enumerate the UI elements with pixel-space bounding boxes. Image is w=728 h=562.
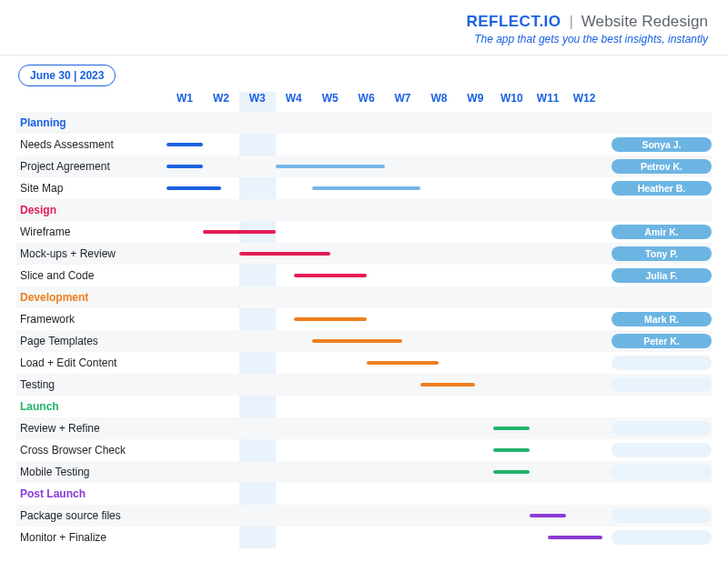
task-row[interactable]: WireframeAmir K.	[16, 221, 712, 243]
section-row: Post Launch	[16, 483, 712, 505]
gantt-track	[167, 352, 602, 374]
gantt-bar[interactable]	[294, 274, 367, 277]
task-row[interactable]: Project AgreementPetrov K.	[16, 156, 712, 177]
gantt-bar[interactable]	[493, 427, 530, 430]
gantt-track	[167, 221, 602, 243]
task-row[interactable]: FrameworkMark R.	[16, 308, 712, 330]
task-row[interactable]: Review + Refine	[16, 417, 712, 439]
gantt-bar[interactable]	[167, 186, 221, 190]
section-label: Planning	[16, 116, 167, 129]
gantt-bar[interactable]	[276, 165, 385, 168]
gantt-chart: W1W2W3W4W5W6W7W8W9W10W11W12 PlanningNeed…	[16, 92, 712, 548]
task-row[interactable]: Package source files	[16, 505, 712, 527]
task-label: Mock-ups + Review	[16, 247, 167, 260]
assignee-pill[interactable]	[612, 421, 712, 436]
grid-wrap: W1W2W3W4W5W6W7W8W9W10W11W12 PlanningNeed…	[16, 92, 712, 548]
assignee-pill[interactable]	[612, 530, 712, 545]
gantt-track	[167, 156, 602, 177]
assignee-pill[interactable]: Petrov K.	[612, 159, 712, 174]
task-row[interactable]: Load + Edit Content	[16, 352, 712, 374]
week-header-cell: W8	[420, 92, 457, 112]
task-row[interactable]: Site MapHeather B.	[16, 177, 712, 199]
assignee-pill[interactable]	[612, 508, 712, 523]
week-header: W1W2W3W4W5W6W7W8W9W10W11W12	[16, 92, 712, 112]
week-header-cell: W4	[276, 92, 312, 112]
tagline: The app that gets you the best insights,…	[20, 33, 708, 45]
gantt-bar[interactable]	[493, 448, 530, 452]
task-label: Monitor + Finalize	[16, 531, 167, 544]
task-row[interactable]: Monitor + Finalize	[16, 527, 712, 548]
task-label: Wireframe	[16, 226, 167, 238]
assignee-pill[interactable]: Amir K.	[612, 225, 712, 239]
gantt-bar[interactable]	[493, 470, 530, 474]
assignee-pill[interactable]: Tony P.	[612, 246, 712, 261]
week-header-cell: W10	[493, 92, 530, 112]
assignee-pill[interactable]	[612, 356, 712, 370]
gantt-bar[interactable]	[167, 143, 203, 146]
task-label: Review + Refine	[16, 422, 167, 435]
assignee-pill[interactable]	[612, 377, 712, 392]
task-label: Framework	[16, 313, 167, 326]
brand-name: REFLECT.IO	[466, 13, 561, 30]
assignee-pill[interactable]: Heather B.	[612, 181, 712, 196]
assignee-pill[interactable]: Julia F.	[612, 268, 712, 283]
week-header-cell: W2	[203, 92, 239, 112]
gantt-bar[interactable]	[367, 361, 440, 365]
section-label: Design	[16, 204, 167, 216]
task-label: Testing	[16, 378, 167, 391]
section-label: Launch	[16, 400, 167, 413]
gantt-track	[167, 527, 602, 548]
assignee-pill[interactable]: Peter K.	[612, 334, 712, 348]
gantt-bar[interactable]	[548, 536, 602, 539]
gantt-bar[interactable]	[294, 317, 367, 321]
task-label: Needs Assessment	[16, 138, 167, 151]
task-row[interactable]: Cross Browser Check	[16, 439, 712, 461]
gantt-track	[167, 505, 602, 527]
gantt-track	[167, 417, 602, 439]
gantt-track	[167, 134, 602, 156]
gantt-track	[167, 308, 602, 330]
title-line: REFLECT.IO | Website Redesign	[20, 13, 708, 31]
gantt-bar[interactable]	[420, 383, 475, 386]
gantt-bar[interactable]	[312, 186, 421, 190]
assignee-pill[interactable]	[612, 443, 712, 457]
gantt-bar[interactable]	[312, 339, 403, 343]
task-label: Cross Browser Check	[16, 444, 167, 457]
gantt-bar[interactable]	[530, 514, 566, 517]
section-label: Development	[16, 291, 167, 304]
task-label: Site Map	[16, 182, 167, 195]
week-header-cell: W3	[239, 92, 276, 112]
assignee-pill[interactable]: Sonya J.	[612, 137, 712, 152]
date-picker[interactable]: June 30 | 2023	[18, 65, 116, 86]
task-label: Slice and Code	[16, 269, 167, 282]
rows-container: PlanningNeeds AssessmentSonya J.Project …	[16, 112, 712, 548]
gantt-bar[interactable]	[203, 230, 276, 234]
section-row: Design	[16, 199, 712, 221]
gantt-bar[interactable]	[167, 165, 203, 168]
task-row[interactable]: Mock-ups + ReviewTony P.	[16, 243, 712, 265]
gantt-track	[167, 265, 602, 286]
week-header-cell: W7	[385, 92, 421, 112]
assignee-pill[interactable]	[612, 465, 712, 479]
week-header-cell: W5	[312, 92, 349, 112]
gantt-track	[167, 461, 602, 483]
section-row: Development	[16, 286, 712, 308]
task-row[interactable]: Page TemplatesPeter K.	[16, 330, 712, 352]
task-label: Mobile Testing	[16, 466, 167, 478]
gantt-track	[167, 177, 602, 199]
gantt-bar[interactable]	[239, 252, 330, 256]
week-header-cell: W12	[566, 92, 602, 112]
task-row[interactable]: Mobile Testing	[16, 461, 712, 483]
week-header-cell: W1	[167, 92, 203, 112]
gantt-track	[167, 374, 602, 396]
task-label: Load + Edit Content	[16, 356, 167, 369]
task-row[interactable]: Needs AssessmentSonya J.	[16, 134, 712, 156]
gantt-track	[167, 243, 602, 265]
task-label: Project Agreement	[16, 160, 167, 173]
project-name: Website Redesign	[581, 13, 708, 30]
section-row: Launch	[16, 396, 712, 417]
assignee-pill[interactable]: Mark R.	[612, 312, 712, 326]
gantt-track	[167, 330, 602, 352]
task-row[interactable]: Testing	[16, 374, 712, 396]
task-row[interactable]: Slice and CodeJulia F.	[16, 265, 712, 286]
